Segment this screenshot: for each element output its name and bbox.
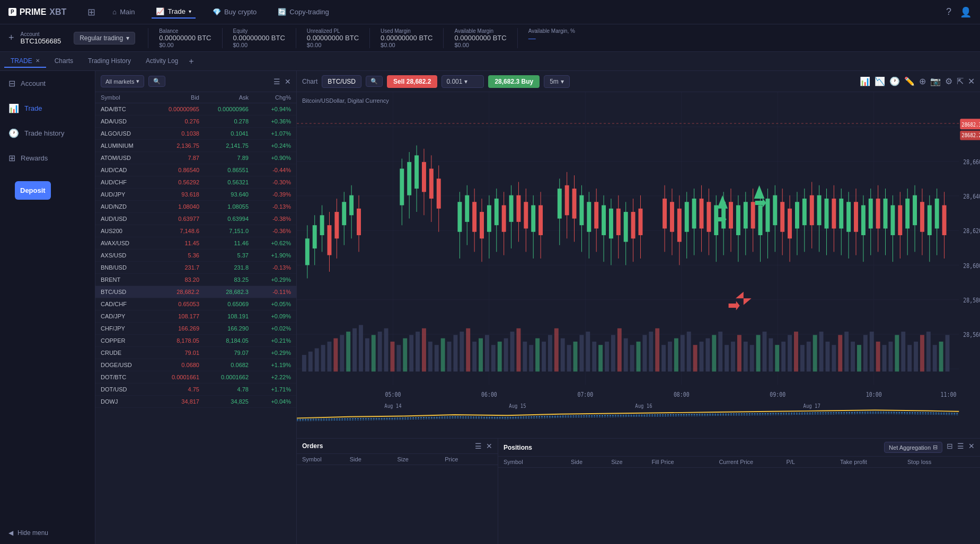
market-row[interactable]: CRUDE 79.01 79.07 +0.29% — [95, 347, 296, 359]
market-row[interactable]: ADA/USD 0.276 0.278 +0.36% — [95, 115, 296, 128]
market-row[interactable]: ALUMINIUM 2,136.75 2,141.75 +0.24% — [95, 140, 296, 152]
indicator-icon[interactable]: 📊 — [860, 76, 870, 86]
svg-rect-265 — [854, 202, 858, 232]
nav-buy-crypto[interactable]: 💎 Buy crypto — [208, 6, 261, 18]
markets-search[interactable]: 🔍 — [148, 76, 165, 87]
chg-cell: -0.11% — [249, 289, 291, 295]
market-row[interactable]: AUD/JPY 93.618 93.640 -0.39% — [95, 189, 296, 201]
markets-menu-icon[interactable]: ☰ — [273, 77, 280, 86]
market-row[interactable]: AVAX/USD 11.45 11.46 +0.62% — [95, 237, 296, 249]
market-row[interactable]: DOWJ 34,817 34,825 +0.04% — [95, 396, 296, 408]
tab-trading-history[interactable]: Trading History — [82, 55, 137, 68]
settings-icon[interactable]: ⚙ — [945, 76, 952, 86]
market-row[interactable]: AUD/NZD 1.08040 1.08055 -0.13% — [95, 201, 296, 213]
svg-text:28,620.0: 28,620.0 — [963, 227, 980, 235]
svg-rect-63 — [491, 345, 496, 371]
hide-menu-button[interactable]: ◀ Hide menu — [0, 522, 95, 544]
pen-icon[interactable]: ✏️ — [904, 76, 915, 86]
svg-rect-181 — [516, 195, 520, 222]
timeframe-selector[interactable]: 5m ▾ — [544, 75, 570, 88]
bid-cell: 34,817 — [150, 398, 199, 405]
nav-copy-trading[interactable]: 🔄 Copy-trading — [273, 6, 333, 18]
market-row[interactable]: ATOM/USD 7.87 7.89 +0.90% — [95, 152, 296, 164]
market-row[interactable]: BTC/USD 28,682.2 28,682.3 -0.11% — [95, 286, 296, 298]
bid-cell: 0.63977 — [150, 216, 199, 222]
close-chart-icon[interactable]: ✕ — [968, 76, 975, 86]
market-row[interactable]: AUD/USD 0.63977 0.63994 -0.38% — [95, 213, 296, 225]
svg-rect-175 — [495, 199, 499, 225]
deposit-button[interactable]: Deposit — [15, 181, 51, 200]
logo[interactable]: P PRIME XBT — [8, 7, 66, 17]
svg-text:Aug 14: Aug 14 — [384, 403, 401, 409]
svg-rect-77 — [579, 335, 584, 371]
market-row[interactable]: DOT/USD 4.75 4.78 +1.71% — [95, 384, 296, 396]
crosshair-icon[interactable]: ⊕ — [919, 76, 926, 86]
market-row[interactable]: DOT/BTC 0.0001661 0.0001662 +2.22% — [95, 371, 296, 384]
chart-search[interactable]: 🔍 — [366, 76, 383, 87]
ask-cell: 166.290 — [199, 325, 249, 332]
svg-text:➡: ➡ — [728, 295, 740, 316]
market-row[interactable]: BRENT 83.20 83.25 +0.29% — [95, 274, 296, 286]
positions-close-icon[interactable]: ✕ — [968, 442, 975, 453]
market-row[interactable]: CAD/CHF 0.65053 0.65069 +0.05% — [95, 298, 296, 310]
buy-button[interactable]: 28,682.3 Buy — [488, 75, 540, 88]
orders-menu-icon[interactable]: ☰ — [475, 442, 482, 450]
sidebar-item-account[interactable]: ⊟ Account — [0, 71, 95, 96]
chart-type-icon[interactable]: 📉 — [875, 76, 885, 86]
market-row[interactable]: COPPER 8,178.05 8,184.05 +0.21% — [95, 335, 296, 347]
svg-rect-67 — [516, 328, 520, 372]
tab-trade[interactable]: TRADE ✕ — [4, 55, 46, 68]
symbol-cell: COPPER — [101, 337, 150, 344]
svg-rect-125 — [882, 345, 887, 371]
positions-menu-icon[interactable]: ☰ — [957, 442, 964, 453]
positions-filter-icon[interactable]: ⊟ — [947, 442, 953, 453]
svg-rect-191 — [565, 185, 569, 216]
orders-close-icon[interactable]: ✕ — [486, 442, 492, 450]
sidebar-item-trade[interactable]: 📊 Trade — [0, 96, 95, 121]
user-icon[interactable]: 👤 — [960, 6, 972, 18]
market-row[interactable]: CHF/JPY 166.269 166.290 +0.02% — [95, 323, 296, 335]
help-icon[interactable]: ? — [946, 6, 951, 17]
nav-trade[interactable]: 📈 Trade ▾ — [152, 5, 195, 19]
expand-icon[interactable]: ⇱ — [957, 76, 964, 86]
nav-main[interactable]: ⌂ Main — [108, 6, 139, 18]
tab-activity-log[interactable]: Activity Log — [139, 55, 184, 68]
svg-rect-87 — [642, 335, 647, 371]
svg-rect-149 — [349, 195, 354, 216]
svg-text:28,580.0: 28,580.0 — [963, 297, 980, 304]
market-row[interactable]: CAD/JPY 108.177 108.191 +0.09% — [95, 310, 296, 323]
markets-close-icon[interactable]: ✕ — [285, 77, 291, 86]
svg-text:09:00: 09:00 — [770, 391, 785, 398]
col-ask: Ask — [199, 94, 249, 101]
quantity-input[interactable]: 0.001 ▾ — [442, 75, 484, 88]
market-row[interactable]: BNB/USD 231.7 231.8 -0.13% — [95, 262, 296, 274]
svg-rect-118 — [838, 335, 842, 371]
chart-pair-selector[interactable]: BTC/USD — [322, 75, 361, 88]
market-row[interactable]: ALGO/USD 0.1038 0.1041 +1.07% — [95, 128, 296, 140]
screenshot-icon[interactable]: 📷 — [930, 76, 941, 86]
market-row[interactable]: AUD/CAD 0.86540 0.86551 -0.44% — [95, 164, 296, 176]
sidebar-item-trade-history[interactable]: 🕐 Trade history — [0, 121, 95, 146]
unrealized-pl-value: 0.00000000 BTC — [307, 34, 359, 42]
tab-charts[interactable]: Charts — [48, 55, 80, 68]
sell-button[interactable]: Sell 28,682.2 — [387, 75, 437, 88]
market-row[interactable]: AUS200 7,148.6 7,151.0 -0.36% — [95, 225, 296, 237]
tab-trade-close[interactable]: ✕ — [36, 58, 40, 64]
deposit-container: Deposit — [0, 171, 95, 210]
svg-rect-112 — [800, 345, 805, 371]
market-row[interactable]: ADA/BTC 0.00000965 0.00000966 +0.94% — [95, 103, 296, 115]
symbol-cell: AUD/NZD — [101, 203, 150, 210]
grid-icon[interactable]: ⊞ — [87, 6, 95, 18]
market-row[interactable]: AUD/CHF 0.56292 0.56321 -0.30% — [95, 176, 296, 189]
sidebar-item-rewards[interactable]: ⊞ Rewards — [0, 146, 95, 171]
trading-type-selector[interactable]: Regular trading ▾ — [74, 32, 135, 44]
add-account-icon[interactable]: + — [8, 32, 14, 43]
market-row[interactable]: AXS/USD 5.36 5.37 +1.90% — [95, 249, 296, 262]
clock-icon[interactable]: 🕐 — [889, 76, 900, 86]
markets-filter[interactable]: All markets ▾ — [101, 75, 144, 87]
market-row[interactable]: DOGE/USD 0.0680 0.0682 +1.19% — [95, 359, 296, 371]
net-aggregation-button[interactable]: Net Aggregation ⊟ — [884, 442, 942, 453]
add-tab-icon[interactable]: + — [189, 57, 193, 66]
ask-cell: 0.0682 — [199, 362, 249, 368]
chevron-down-icon: ▾ — [561, 78, 564, 85]
